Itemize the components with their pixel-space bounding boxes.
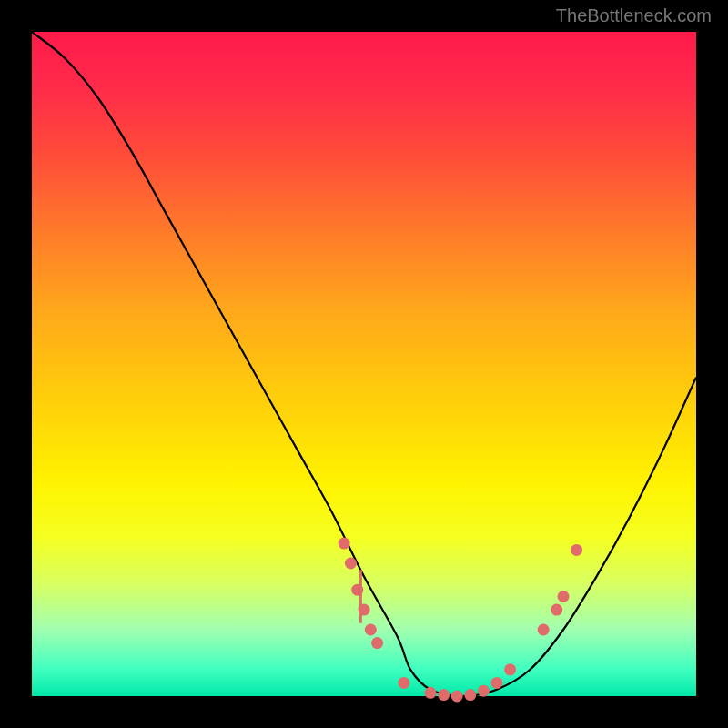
- data-point: [451, 691, 463, 703]
- data-point: [538, 624, 550, 636]
- chart-svg: [32, 32, 696, 696]
- bottleneck-curve: [32, 32, 696, 696]
- data-point: [425, 687, 437, 699]
- data-point: [371, 637, 383, 649]
- data-point: [504, 663, 516, 675]
- data-point: [365, 624, 377, 636]
- data-point: [351, 584, 363, 596]
- data-point: [478, 685, 490, 697]
- attribution-text: TheBottleneck.com: [556, 5, 712, 26]
- data-point: [551, 604, 562, 616]
- data-point: [345, 558, 357, 570]
- data-point: [398, 677, 410, 689]
- data-point: [438, 689, 450, 701]
- data-point: [339, 538, 350, 550]
- data-point: [558, 591, 570, 602]
- data-point: [464, 689, 476, 701]
- scatter-dots: [339, 538, 582, 703]
- data-point: [359, 604, 370, 616]
- data-point: [571, 544, 582, 556]
- chart-plot-area: [32, 32, 696, 696]
- data-point: [491, 677, 503, 689]
